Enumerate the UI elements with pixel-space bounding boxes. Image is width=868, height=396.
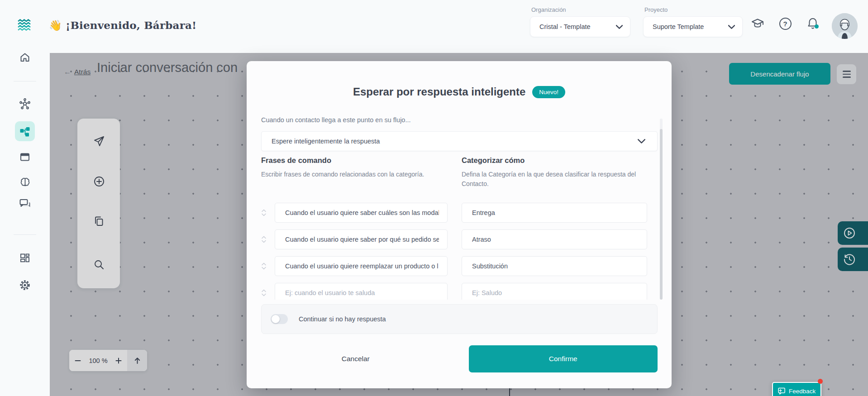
sidebar-item-pages[interactable] <box>15 147 35 167</box>
sidebar-item-chats[interactable] <box>15 194 35 214</box>
project-value: Suporte Template <box>653 23 704 30</box>
category-input[interactable] <box>462 283 647 300</box>
home-icon <box>19 52 30 63</box>
sidebar-item-settings[interactable] <box>15 275 35 295</box>
continue-toggle[interactable] <box>271 314 288 324</box>
welcome-message: 👋 ¡Bienvenido, Bárbara! <box>49 19 196 32</box>
sidebar-item-dashboard[interactable] <box>15 248 35 268</box>
dashboard-grid-icon <box>19 253 30 263</box>
chevron-down-icon <box>638 139 645 143</box>
feedback-label: Feedback <box>789 388 816 395</box>
modal-scrollbar-thumb[interactable] <box>660 129 663 300</box>
category-input[interactable] <box>462 256 647 276</box>
cancel-button[interactable]: Cancelar <box>261 345 450 372</box>
phrase-row <box>261 203 658 223</box>
drag-handle-icon[interactable] <box>261 289 267 296</box>
chevron-down-icon <box>728 25 735 29</box>
question-mark-icon: ? <box>779 18 792 30</box>
logo-waves-icon <box>17 19 32 31</box>
sidebar-item-hub[interactable] <box>15 94 35 114</box>
modal-intro-text: Cuando un contacto llega a este punto en… <box>261 116 411 124</box>
organization-value: Cristal - Template <box>539 23 591 30</box>
category-input[interactable] <box>462 203 647 223</box>
user-avatar[interactable] <box>832 13 858 39</box>
notifications-button[interactable] <box>804 14 822 33</box>
smart-reply-modal: Esperar por respuesta inteligente Nuevo!… <box>247 61 672 388</box>
phrase-row <box>261 256 658 276</box>
modal-title: Esperar por respuesta inteligente <box>353 86 525 98</box>
chevron-down-icon <box>616 25 623 29</box>
project-label: Proyecto <box>644 6 668 13</box>
sidebar-item-home[interactable] <box>15 48 35 67</box>
drag-handle-icon[interactable] <box>261 262 267 270</box>
continue-toggle-label: Continuar si no hay respuesta <box>299 315 386 323</box>
phrases-column-title: Frases de comando <box>261 156 331 165</box>
hub-icon <box>19 98 31 110</box>
graduation-cap-icon <box>751 18 764 29</box>
academy-button[interactable] <box>749 14 767 33</box>
organization-select[interactable]: Cristal - Template <box>530 16 630 37</box>
toggle-knob <box>272 315 280 323</box>
left-sidebar <box>0 53 50 396</box>
phrase-row-empty <box>261 283 658 300</box>
drag-handle-icon[interactable] <box>261 236 267 243</box>
phrases-column-desc: Escribir frases de comando relacionadas … <box>261 170 447 179</box>
wait-mode-select[interactable]: Espere inteligentemente la respuesta <box>261 131 658 151</box>
wait-mode-value: Espere inteligentemente la respuesta <box>272 138 380 145</box>
confirm-button[interactable]: Confirme <box>469 345 658 372</box>
phrase-rows <box>261 203 658 300</box>
phrase-input[interactable] <box>275 283 448 300</box>
project-select[interactable]: Suporte Template <box>643 16 743 37</box>
sidebar-item-flows[interactable] <box>15 121 35 141</box>
organization-label: Organización <box>531 6 566 13</box>
categorize-column-desc: Defina la Categoría en la que desea clas… <box>462 170 652 188</box>
drag-handle-icon[interactable] <box>261 209 267 216</box>
app-logo[interactable] <box>17 19 32 33</box>
phrase-input[interactable] <box>275 229 448 249</box>
continue-toggle-panel: Continuar si no hay respuesta <box>261 304 658 334</box>
sidebar-divider <box>14 234 36 235</box>
phrase-row <box>261 229 658 249</box>
feedback-window-icon <box>778 387 786 395</box>
notification-dot <box>815 24 819 29</box>
window-icon <box>19 152 30 162</box>
feedback-button[interactable]: Feedback <box>772 382 821 396</box>
flow-builder-icon <box>19 125 31 137</box>
categorize-column-title: Categorizar cómo <box>462 156 525 165</box>
top-header: 👋 ¡Bienvenido, Bárbara! Organización Cri… <box>0 0 868 53</box>
new-badge: Nuevo! <box>532 86 565 98</box>
phrase-input[interactable] <box>275 256 448 276</box>
sidebar-divider <box>14 81 36 81</box>
gear-icon <box>19 279 31 291</box>
sidebar-item-ai[interactable] <box>15 172 35 192</box>
avatar-illustration <box>832 13 858 39</box>
category-input[interactable] <box>462 229 647 249</box>
phrase-input[interactable] <box>275 203 448 223</box>
brain-icon <box>19 177 31 188</box>
chat-bubbles-icon <box>19 198 31 209</box>
help-button[interactable]: ? <box>776 14 794 33</box>
